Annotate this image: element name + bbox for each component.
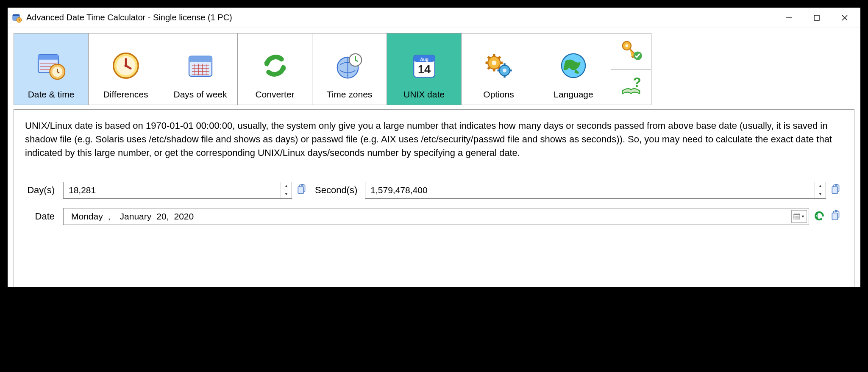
- days-input-wrap: ▲ ▼: [63, 182, 292, 199]
- tab-converter[interactable]: Converter: [238, 33, 312, 105]
- date-separator: ,: [108, 211, 111, 222]
- undo-arrow-icon: [813, 209, 826, 224]
- tab-date-time[interactable]: Date & time: [14, 33, 89, 105]
- svg-rect-55: [835, 184, 838, 186]
- seconds-input[interactable]: [365, 182, 815, 198]
- days-seconds-row: Day(s) ▲ ▼ Second(s): [25, 182, 843, 199]
- svg-point-31: [492, 61, 496, 65]
- help-book-icon: ?: [620, 75, 643, 100]
- spinner-down-icon[interactable]: ▼: [281, 190, 292, 198]
- tab-label: Language: [554, 89, 593, 100]
- svg-point-48: [626, 44, 629, 47]
- title-bar: Advanced Date Time Calculator - Single l…: [8, 8, 860, 28]
- gears-icon: [482, 49, 516, 83]
- svg-rect-15: [189, 56, 212, 62]
- seconds-label: Second(s): [315, 185, 357, 196]
- tab-label: Options: [483, 89, 514, 100]
- date-picker[interactable]: Monday , January 20, 2020: [63, 208, 809, 225]
- window-title: Advanced Date Time Calculator - Single l…: [26, 13, 775, 22]
- copy-icon: [297, 183, 308, 197]
- date-year: 2020: [174, 211, 194, 222]
- date-row: Date Monday , January 20, 2020: [25, 208, 843, 225]
- spinner-up-icon[interactable]: ▲: [281, 182, 292, 191]
- spinner-up-icon[interactable]: ▲: [815, 182, 826, 191]
- svg-rect-67: [832, 213, 837, 220]
- tab-options[interactable]: Options: [462, 33, 536, 105]
- svg-text:?: ?: [633, 75, 641, 90]
- copy-icon: [831, 183, 842, 197]
- seconds-input-wrap: ▲ ▼: [365, 182, 826, 199]
- date-day: 20,: [156, 211, 169, 222]
- tab-label: Days of week: [173, 89, 227, 100]
- globe-clock-icon: [333, 49, 367, 83]
- svg-point-41: [503, 69, 506, 72]
- calendar-day-icon: Aug 14: [407, 49, 441, 83]
- svg-line-39: [498, 57, 500, 59]
- tab-label: Differences: [103, 89, 148, 100]
- copy-date-button[interactable]: [829, 210, 843, 223]
- svg-line-38: [488, 67, 490, 69]
- tab-language[interactable]: Language: [536, 33, 611, 105]
- days-input[interactable]: [64, 182, 281, 198]
- svg-text:14: 14: [417, 63, 430, 76]
- days-label: Day(s): [25, 185, 63, 196]
- svg-rect-56: [832, 187, 837, 194]
- svg-rect-53: [298, 187, 303, 194]
- content-panel: UNIX/Linux date is based on 1970-01-01 0…: [14, 109, 854, 287]
- close-button[interactable]: [831, 8, 859, 27]
- days-spinner[interactable]: ▲ ▼: [281, 182, 292, 198]
- spinner-down-icon[interactable]: ▼: [815, 190, 826, 198]
- main-toolbar: Date & time Differences: [14, 33, 611, 105]
- calendar-small-icon: [793, 213, 800, 220]
- date-month: January: [120, 211, 152, 222]
- tab-label: Date & time: [28, 89, 75, 100]
- svg-text:Aug: Aug: [420, 57, 428, 62]
- svg-rect-3: [814, 15, 819, 20]
- tab-label: Converter: [255, 89, 294, 100]
- license-key-button[interactable]: [611, 33, 651, 69]
- tab-unix-date[interactable]: Aug 14 UNIX date: [387, 33, 462, 105]
- reset-date-button[interactable]: [812, 210, 826, 223]
- copy-days-button[interactable]: [295, 183, 309, 197]
- copy-seconds-button[interactable]: [829, 183, 843, 197]
- tab-days-of-week[interactable]: Days of week: [163, 33, 238, 105]
- date-dropdown-button[interactable]: ▼: [791, 210, 807, 223]
- svg-rect-58: [794, 214, 800, 215]
- svg-rect-52: [301, 184, 304, 186]
- chevron-down-icon: ▼: [801, 214, 805, 219]
- key-check-icon: [620, 39, 643, 64]
- minimize-button[interactable]: [775, 8, 803, 27]
- svg-rect-1: [13, 14, 19, 16]
- svg-rect-66: [835, 210, 838, 212]
- svg-point-13: [124, 64, 127, 67]
- toolbar-row: Date & time Differences: [14, 33, 854, 105]
- calendar-clock-icon: [34, 49, 68, 83]
- maximize-button[interactable]: [803, 8, 831, 27]
- description-text: UNIX/Linux date is based on 1970-01-01 0…: [25, 119, 843, 160]
- seconds-spinner[interactable]: ▲ ▼: [815, 182, 826, 198]
- tab-time-zones[interactable]: Time zones: [312, 33, 387, 105]
- calendar-icon: [184, 49, 217, 83]
- help-button[interactable]: ?: [611, 69, 651, 105]
- globe-icon: [556, 49, 590, 83]
- app-window: Advanced Date Time Calculator - Single l…: [8, 8, 860, 287]
- app-icon: [12, 13, 22, 23]
- refresh-arrows-icon: [258, 49, 292, 83]
- svg-line-36: [488, 57, 490, 59]
- clock-icon: [109, 49, 143, 83]
- toolbar-side-column: ?: [611, 33, 651, 105]
- svg-rect-5: [38, 55, 58, 60]
- copy-icon: [831, 210, 842, 223]
- date-weekday: Monday: [71, 211, 103, 222]
- tab-label: UNIX date: [403, 89, 445, 100]
- date-label: Date: [25, 211, 63, 222]
- tab-label: Time zones: [327, 89, 373, 100]
- tab-differences[interactable]: Differences: [89, 33, 163, 105]
